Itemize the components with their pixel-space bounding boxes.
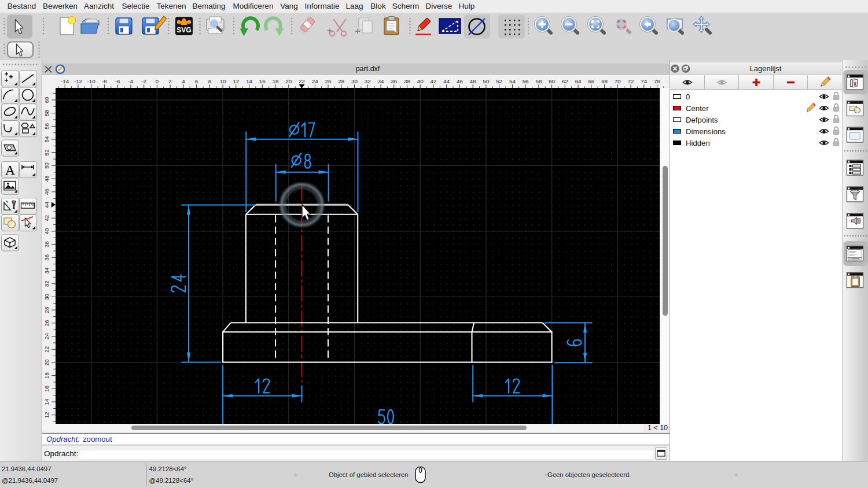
svg-text:38: 38 [43, 241, 50, 247]
svg-text:16: 16 [259, 77, 266, 84]
svg-text:46: 46 [457, 77, 463, 84]
svg-text:22: 22 [43, 346, 50, 353]
svg-text:10: 10 [220, 77, 226, 84]
svg-text:A: A [5, 162, 16, 178]
svg-text:48: 48 [43, 175, 50, 182]
svg-text:34: 34 [43, 267, 50, 273]
svg-text:60: 60 [549, 77, 555, 84]
svg-text:40: 40 [43, 228, 50, 234]
svg-text:24: 24 [312, 77, 318, 84]
svg-text:20: 20 [285, 77, 292, 84]
svg-text:36: 36 [391, 77, 397, 84]
svg-text:38: 38 [404, 77, 410, 84]
svg-text:18: 18 [43, 372, 50, 379]
svg-text:18: 18 [273, 77, 279, 84]
svg-text:74: 74 [641, 77, 647, 84]
svg-text:14: 14 [246, 77, 252, 84]
svg-text:6: 6 [195, 77, 198, 84]
svg-text:22: 22 [299, 77, 305, 84]
svg-text:34: 34 [378, 77, 384, 84]
svg-text:44: 44 [43, 202, 50, 208]
svg-text:62: 62 [562, 77, 568, 84]
svg-text:16: 16 [43, 386, 50, 392]
svg-text:20: 20 [43, 359, 50, 365]
svg-text:68: 68 [601, 77, 608, 84]
svg-text:12: 12 [43, 412, 50, 419]
svg-text:2: 2 [168, 77, 171, 84]
svg-text:-6: -6 [115, 77, 120, 84]
svg-text:58: 58 [43, 110, 50, 116]
svg-text:54: 54 [43, 136, 50, 142]
svg-text:46: 46 [43, 188, 50, 195]
svg-text:4: 4 [182, 77, 185, 84]
svg-text:54: 54 [509, 77, 516, 84]
svg-text:42: 42 [430, 77, 436, 84]
svg-text:28: 28 [338, 77, 344, 84]
svg-text:32: 32 [365, 77, 371, 84]
svg-text:-8: -8 [102, 77, 107, 84]
svg-text:-2: -2 [141, 77, 146, 84]
svg-text:76: 76 [654, 77, 660, 84]
svg-text:0: 0 [156, 77, 159, 84]
svg-text:48: 48 [470, 77, 476, 84]
svg-text:58: 58 [535, 77, 542, 84]
svg-text:30: 30 [43, 294, 50, 300]
svg-text:50: 50 [43, 162, 50, 169]
svg-text:32: 32 [43, 281, 50, 287]
svg-text:14: 14 [43, 398, 50, 405]
svg-text:26: 26 [43, 320, 50, 326]
svg-text:50: 50 [483, 77, 489, 84]
svg-text:36: 36 [43, 254, 50, 261]
svg-text:24: 24 [43, 333, 50, 339]
svg-text:66: 66 [588, 77, 594, 84]
svg-text:42: 42 [43, 215, 50, 221]
svg-text:26: 26 [325, 77, 332, 84]
svg-text:-4: -4 [128, 77, 134, 84]
svg-text:64: 64 [575, 77, 582, 84]
svg-text:56: 56 [43, 123, 50, 130]
svg-text:60: 60 [43, 97, 50, 103]
svg-text:30: 30 [351, 77, 358, 84]
svg-text:70: 70 [615, 77, 621, 84]
svg-text:40: 40 [417, 77, 424, 84]
svg-text:44: 44 [443, 77, 450, 84]
svg-text:52: 52 [43, 150, 50, 156]
svg-text:-12: -12 [74, 77, 82, 84]
svg-text:SVG: SVG [176, 26, 191, 34]
svg-text:52: 52 [496, 77, 502, 84]
svg-text:-10: -10 [87, 77, 96, 84]
svg-text:12: 12 [233, 77, 239, 84]
svg-text:28: 28 [43, 306, 50, 313]
svg-text:-14: -14 [61, 77, 69, 84]
svg-text:8: 8 [208, 77, 212, 84]
svg-text:56: 56 [523, 77, 529, 84]
svg-text:72: 72 [628, 77, 634, 84]
